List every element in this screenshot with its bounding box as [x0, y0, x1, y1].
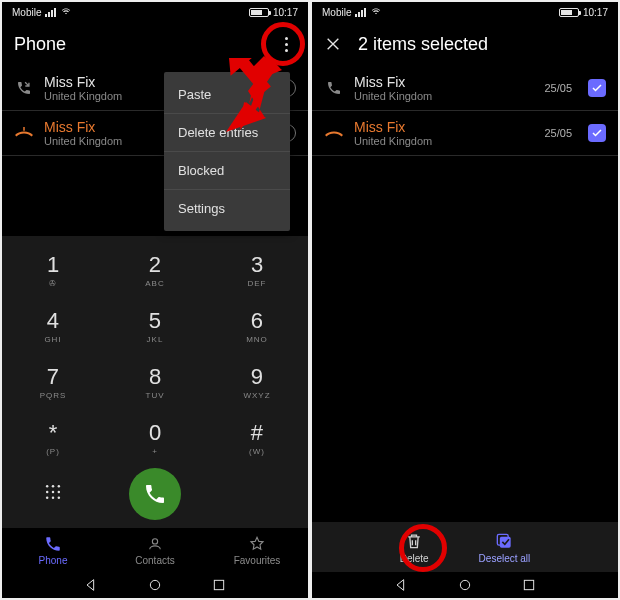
key-hash[interactable]: #(W) [249, 420, 265, 456]
key-8[interactable]: 8TUV [146, 364, 165, 400]
delete-button[interactable]: Delete [400, 531, 429, 564]
overflow-menu: Paste Delete entries Blocked Settings [164, 72, 290, 231]
call-outgoing-icon [324, 80, 344, 96]
tab-contacts[interactable]: Contacts [104, 528, 206, 572]
svg-point-5 [58, 491, 61, 494]
key-6[interactable]: 6MNO [246, 308, 268, 344]
battery-icon [249, 8, 269, 17]
selection-header: 2 items selected [312, 22, 618, 66]
overflow-menu-icon[interactable] [276, 30, 296, 58]
signal-icon [355, 8, 366, 17]
screenshot-phone-dialer: Mobile 10:17 Phone Miss Fix United Kingd… [2, 2, 308, 598]
status-bar: Mobile 10:17 [312, 2, 618, 22]
key-3[interactable]: 3DEF [248, 252, 267, 288]
contact-name: Miss Fix [354, 119, 534, 135]
call-missed-icon [324, 126, 344, 140]
menu-item-paste[interactable]: Paste [164, 76, 290, 114]
app-header: Phone [2, 22, 308, 66]
delete-label: Delete [400, 553, 429, 564]
tab-label: Favourites [234, 555, 281, 566]
menu-item-blocked[interactable]: Blocked [164, 152, 290, 190]
svg-point-1 [52, 485, 55, 488]
svg-point-2 [58, 485, 61, 488]
key-2[interactable]: 2ABC [145, 252, 164, 288]
status-bar: Mobile 10:17 [2, 2, 308, 22]
svg-point-21 [460, 580, 469, 589]
svg-point-0 [46, 485, 49, 488]
dial-pad: 1✇ 2ABC 3DEF 4GHI 5JKL 6MNO 7PQRS 8TUV 9… [2, 236, 308, 528]
carrier-label: Mobile [322, 7, 351, 18]
svg-point-8 [58, 497, 61, 500]
call-log-row[interactable]: Miss Fix United Kingdom 25/05 [312, 111, 618, 156]
android-nav-bar [312, 572, 618, 598]
carrier-label: Mobile [12, 7, 41, 18]
selection-action-bar: Delete Deselect all [312, 522, 618, 572]
page-title: Phone [14, 34, 66, 55]
clock-label: 10:17 [273, 7, 298, 18]
deselect-all-button[interactable]: Deselect all [479, 531, 531, 564]
tab-label: Phone [39, 555, 68, 566]
battery-icon [559, 8, 579, 17]
close-icon[interactable] [324, 35, 342, 53]
android-nav-bar [2, 572, 308, 598]
svg-rect-10 [214, 580, 223, 589]
keypad-toggle-icon[interactable] [43, 482, 63, 506]
menu-item-delete-entries[interactable]: Delete entries [164, 114, 290, 152]
contact-sub: United Kingdom [354, 135, 534, 147]
call-date: 25/05 [544, 127, 572, 139]
tab-favourites[interactable]: Favourites [206, 528, 308, 572]
home-icon[interactable] [457, 577, 473, 593]
checkbox-checked[interactable] [588, 79, 606, 97]
menu-item-settings[interactable]: Settings [164, 190, 290, 227]
svg-rect-22 [524, 580, 533, 589]
key-7[interactable]: 7PQRS [40, 364, 67, 400]
key-star[interactable]: *(P) [46, 420, 60, 456]
back-icon[interactable] [393, 577, 409, 593]
svg-point-9 [150, 580, 159, 589]
deselect-label: Deselect all [479, 553, 531, 564]
svg-point-3 [46, 491, 49, 494]
svg-rect-20 [500, 536, 511, 547]
svg-point-6 [46, 497, 49, 500]
wifi-icon [60, 6, 72, 18]
call-date: 25/05 [544, 82, 572, 94]
home-icon[interactable] [147, 577, 163, 593]
clock-label: 10:17 [583, 7, 608, 18]
key-0[interactable]: 0+ [149, 420, 161, 456]
checkbox-checked[interactable] [588, 124, 606, 142]
key-5[interactable]: 5JKL [147, 308, 164, 344]
selection-title: 2 items selected [358, 34, 488, 55]
contact-sub: United Kingdom [354, 90, 534, 102]
call-missed-icon [14, 126, 34, 140]
key-9[interactable]: 9WXYZ [243, 364, 270, 400]
tab-phone[interactable]: Phone [2, 528, 104, 572]
key-4[interactable]: 4GHI [44, 308, 61, 344]
key-1[interactable]: 1✇ [47, 252, 59, 288]
call-log-row[interactable]: Miss Fix United Kingdom 25/05 [312, 66, 618, 111]
tab-label: Contacts [135, 555, 174, 566]
call-outgoing-icon [14, 80, 34, 96]
screenshot-delete-selection: Mobile 10:17 2 items selected Miss Fix U… [312, 2, 618, 598]
svg-point-4 [52, 491, 55, 494]
signal-icon [45, 8, 56, 17]
bottom-nav: Phone Contacts Favourites [2, 528, 308, 572]
recent-icon[interactable] [521, 577, 537, 593]
back-icon[interactable] [83, 577, 99, 593]
wifi-icon [370, 6, 382, 18]
contact-name: Miss Fix [354, 74, 534, 90]
svg-point-7 [52, 497, 55, 500]
recent-icon[interactable] [211, 577, 227, 593]
call-button[interactable] [129, 468, 181, 520]
